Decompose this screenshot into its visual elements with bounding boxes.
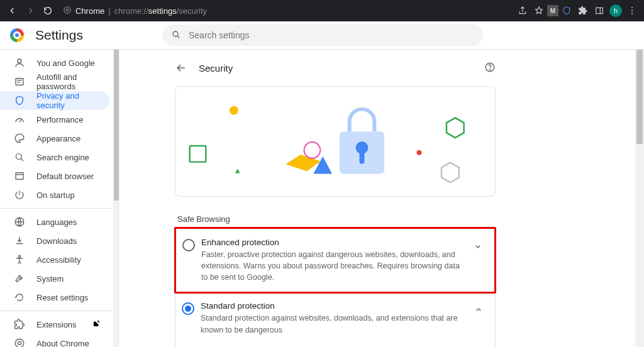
palette-icon	[14, 133, 25, 144]
sidebar-item-label: Reset settings	[36, 293, 88, 302]
settings-search[interactable]	[162, 25, 483, 46]
security-hero-illustration	[175, 86, 496, 197]
sidebar-item-label: You and Google	[36, 58, 95, 68]
chevron-down-icon[interactable]	[472, 240, 484, 253]
sidebar-item-label: Downloads	[36, 236, 77, 246]
sidebar-item-appearance[interactable]: Appearance	[0, 129, 109, 148]
svg-point-23	[489, 69, 490, 70]
settings-header: Settings	[0, 21, 644, 50]
kebab-menu-icon[interactable]	[624, 3, 640, 19]
back-button[interactable]	[175, 62, 187, 74]
app-title: Settings	[35, 28, 83, 43]
nav-back-button[interactable]	[4, 2, 21, 19]
chrome-logo-icon	[63, 6, 72, 16]
sidebar-item-accessibility[interactable]: Accessibility	[0, 250, 109, 269]
sidebar-item-about-chrome[interactable]: About Chrome	[0, 334, 109, 347]
svg-point-29	[304, 142, 321, 158]
search-icon	[14, 151, 25, 163]
shield-icon	[14, 95, 25, 106]
sidebar-item-downloads[interactable]: Downloads	[0, 231, 109, 250]
option-description: Standard protection against websites, do…	[201, 312, 466, 335]
search-icon	[171, 30, 181, 41]
browser-toolbar: Chrome | chrome://settings/security M h	[0, 0, 644, 21]
nav-forward-button[interactable]	[21, 2, 39, 19]
sidebar-item-on-startup[interactable]: On startup	[0, 185, 109, 204]
bookmark-star-icon[interactable]	[531, 3, 547, 19]
external-link-icon	[92, 319, 101, 330]
svg-point-19	[19, 255, 21, 257]
sidebar-scrollbar-thumb[interactable]	[114, 50, 119, 201]
svg-point-20	[15, 339, 24, 347]
help-icon[interactable]	[484, 62, 496, 75]
svg-marker-32	[441, 163, 459, 183]
download-icon	[14, 235, 25, 246]
svg-line-13	[19, 119, 21, 123]
sidebar-item-languages[interactable]: Languages	[0, 212, 109, 231]
panel-icon[interactable]	[591, 3, 608, 19]
sidebar-item-label: Appearance	[36, 134, 80, 143]
content-scrollbar-thumb[interactable]	[636, 50, 643, 144]
content-scrollbar[interactable]	[635, 50, 644, 347]
sidebar-item-you-and-google[interactable]: You and Google	[0, 53, 109, 72]
sidebar-item-label: Accessibility	[36, 255, 81, 265]
sidebar-item-reset[interactable]: Reset settings	[0, 288, 109, 307]
svg-point-0	[64, 6, 71, 13]
person-icon	[14, 57, 25, 69]
svg-point-24	[230, 106, 238, 115]
sidebar-item-label: Performance	[36, 115, 83, 124]
accessibility-icon	[14, 254, 25, 265]
globe-icon	[14, 216, 25, 228]
sidebar-item-system[interactable]: System	[0, 269, 109, 288]
radio-standard[interactable]	[182, 302, 194, 315]
svg-point-4	[631, 7, 633, 8]
svg-rect-35	[360, 150, 365, 164]
sidebar-scrollbar[interactable]	[113, 50, 119, 347]
autofill-icon	[14, 76, 25, 87]
nav-reload-button[interactable]	[39, 2, 57, 19]
svg-point-1	[66, 8, 69, 11]
svg-rect-2	[596, 8, 603, 13]
profile-avatar[interactable]: h	[608, 3, 624, 19]
option-standard-protection[interactable]: Standard protection Standard protection …	[175, 292, 495, 344]
address-bar[interactable]: Chrome | chrome://settings/security	[63, 6, 207, 16]
sidebar-item-label: System	[36, 274, 64, 284]
svg-marker-31	[447, 118, 464, 138]
svg-marker-28	[313, 157, 332, 174]
sidebar-item-label: Autofill and passwords	[36, 72, 109, 91]
sidebar-item-performance[interactable]: Performance	[0, 110, 109, 129]
url-host: Chrome	[75, 6, 104, 16]
svg-rect-10	[16, 79, 23, 85]
sidebar-item-label: Search engine	[36, 153, 89, 162]
svg-line-15	[21, 158, 23, 161]
standard-detail-row: Detects and warns you about dangerous ev…	[175, 344, 495, 347]
svg-point-21	[18, 341, 21, 344]
extension-m-icon[interactable]: M	[547, 5, 558, 16]
reset-icon	[14, 292, 25, 303]
chevron-up-icon[interactable]	[472, 304, 485, 316]
sidebar-item-autofill[interactable]: Autofill and passwords	[0, 72, 109, 91]
chrome-logo-icon	[10, 28, 24, 42]
option-enhanced-protection[interactable]: Enhanced protection Faster, proactive pr…	[174, 227, 496, 294]
radio-enhanced[interactable]	[182, 239, 195, 251]
svg-point-6	[631, 13, 633, 14]
speedometer-icon	[14, 114, 25, 125]
svg-point-14	[16, 153, 21, 159]
share-icon[interactable]	[514, 3, 531, 19]
sidebar-item-extensions[interactable]: Extensions	[0, 315, 109, 334]
page-title: Security	[199, 63, 473, 74]
sidebar-item-label: Extensions	[36, 320, 77, 329]
sidebar-item-label: Languages	[36, 218, 77, 227]
extensions-puzzle-icon[interactable]	[575, 3, 591, 19]
sidebar-item-default-browser[interactable]: Default browser	[0, 167, 109, 185]
shield-icon[interactable]	[558, 3, 575, 19]
option-title: Standard protection	[201, 301, 466, 311]
option-title: Enhanced protection	[201, 238, 465, 247]
search-input[interactable]	[189, 30, 474, 40]
sidebar-item-search-engine[interactable]: Search engine	[0, 148, 109, 167]
puzzle-icon	[14, 319, 25, 330]
sidebar-divider	[0, 311, 113, 311]
sidebar-item-label: Default browser	[36, 172, 94, 181]
sidebar-item-privacy-security[interactable]: Privacy and security	[0, 91, 109, 110]
settings-sidebar: You and Google Autofill and passwords Pr…	[0, 50, 113, 347]
power-icon	[14, 189, 25, 201]
